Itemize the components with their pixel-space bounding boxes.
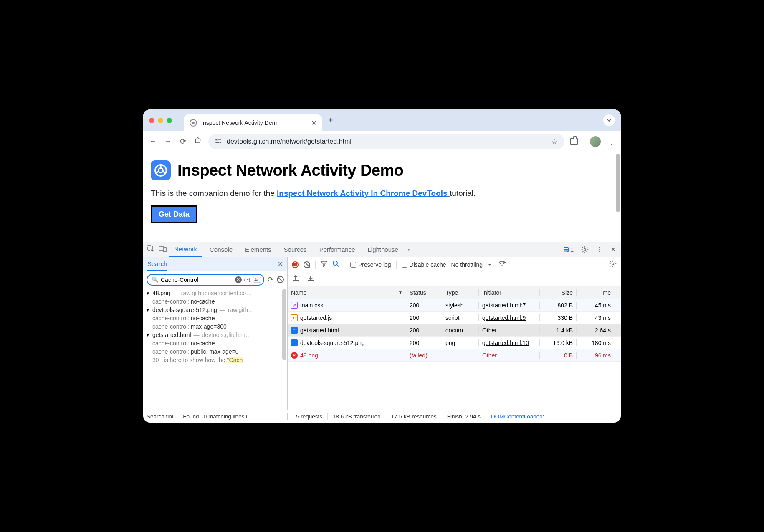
table-row[interactable]: getstarted.html 200 docum… Other 1.4 kB … <box>288 324 621 337</box>
clear-log-icon[interactable] <box>304 261 310 268</box>
close-window-button[interactable] <box>149 118 154 123</box>
table-row[interactable]: 48.png (failed)… Other 0 B 96 ms <box>288 349 621 362</box>
search-result-line[interactable]: cache-control: no-cache <box>146 297 287 306</box>
file-type-icon <box>291 302 298 309</box>
col-name[interactable]: Name▼ <box>288 289 406 296</box>
more-tabs-icon[interactable]: » <box>407 246 411 253</box>
search-input-row: 🔍 Cache-Control ✕ (.*) Aa ⟳ <box>143 271 287 288</box>
minimize-window-button[interactable] <box>158 118 163 123</box>
browser-window: Inspect Network Activity Dem ✕ + ← → ⟳ d… <box>143 109 621 423</box>
settings-icon[interactable] <box>579 246 591 253</box>
search-network-icon[interactable] <box>332 260 340 269</box>
extensions-icon[interactable] <box>570 138 578 145</box>
tab-console[interactable]: Console <box>205 242 238 257</box>
search-results: ▼48.png — raw.githubusercontent.co…cache… <box>143 288 287 410</box>
tab-sources[interactable]: Sources <box>279 242 312 257</box>
col-initiator[interactable]: Initiator <box>479 289 540 296</box>
export-har-icon[interactable] <box>292 275 299 284</box>
status-bar: Search fini… Found 10 matching lines i… … <box>143 410 621 423</box>
forward-button[interactable]: → <box>163 137 172 146</box>
page-header: Inspect Network Activity Demo <box>151 160 613 180</box>
bookmark-icon[interactable]: ☆ <box>551 137 558 146</box>
search-status: Search fini… Found 10 matching lines i… <box>143 413 288 420</box>
svg-rect-11 <box>564 250 568 251</box>
preserve-log-checkbox[interactable]: Preserve log <box>350 261 391 268</box>
close-search-icon[interactable]: ✕ <box>278 260 283 268</box>
tab-performance[interactable]: Performance <box>314 242 360 257</box>
network-panel: Preserve log Disable cache No throttling <box>288 257 621 410</box>
search-result-line[interactable]: cache-control: max-age=300 <box>146 322 287 331</box>
close-tab-icon[interactable]: ✕ <box>311 119 316 127</box>
browser-toolbar: ← → ⟳ devtools.glitch.me/network/getstar… <box>143 131 621 152</box>
filter-icon[interactable] <box>321 261 327 269</box>
disable-cache-checkbox[interactable]: Disable cache <box>402 261 446 268</box>
tutorial-link[interactable]: Inspect Network Activity In Chrome DevTo… <box>277 189 450 198</box>
search-result-file[interactable]: ▼getstarted.html — devtools.glitch.m… <box>146 331 287 339</box>
network-settings-icon[interactable] <box>609 260 617 269</box>
col-size[interactable]: Size <box>540 289 577 296</box>
tab-network[interactable]: Network <box>169 242 202 257</box>
network-conditions-icon[interactable] <box>498 261 506 268</box>
col-status[interactable]: Status <box>406 289 442 296</box>
search-tab-label[interactable]: Search <box>147 260 167 271</box>
search-input[interactable]: 🔍 Cache-Control ✕ (.*) Aa <box>147 274 264 286</box>
page-scrollbar[interactable] <box>616 154 620 212</box>
back-button[interactable]: ← <box>148 137 157 146</box>
table-header: Name▼ Status Type Initiator Size Time <box>288 286 621 299</box>
tab-overflow-button[interactable] <box>603 114 615 126</box>
search-result-line[interactable]: 30is here to show how the "Cach <box>146 356 287 364</box>
col-type[interactable]: Type <box>442 289 479 296</box>
svg-rect-3 <box>220 142 221 143</box>
refresh-search-icon[interactable]: ⟳ <box>268 275 273 284</box>
get-data-button[interactable]: Get Data <box>151 205 197 223</box>
home-button[interactable] <box>193 137 202 146</box>
search-result-file[interactable]: ▼devtools-square-512.png — raw.gith… <box>146 306 287 314</box>
search-panel-header: Search ✕ <box>143 257 287 271</box>
chevron-down-icon[interactable] <box>488 263 492 266</box>
record-button[interactable] <box>292 261 299 268</box>
results-scrollbar[interactable] <box>282 289 286 360</box>
search-icon: 🔍 <box>152 276 158 283</box>
case-toggle[interactable]: Aa <box>253 277 261 283</box>
reload-button[interactable]: ⟳ <box>178 137 187 146</box>
tab-elements[interactable]: Elements <box>240 242 276 257</box>
search-result-line[interactable]: cache-control: public, max-age=0 <box>146 347 287 356</box>
import-har-icon[interactable] <box>307 275 314 284</box>
svg-rect-2 <box>215 142 219 143</box>
page-description: This is the companion demo for the Inspe… <box>151 189 613 198</box>
desc-text-post: tutorial. <box>450 189 476 198</box>
devtools-menu-icon[interactable]: ⋮ <box>594 246 605 253</box>
tab-lighthouse[interactable]: Lighthouse <box>363 242 403 257</box>
search-result-line[interactable]: cache-control: no-cache <box>146 339 287 347</box>
devtools-tab-bar: Network Console Elements Sources Perform… <box>143 242 621 257</box>
svg-point-15 <box>502 266 503 266</box>
issue-count-label: 1 <box>570 246 574 253</box>
profile-avatar[interactable] <box>590 136 601 147</box>
inspect-element-icon[interactable] <box>146 245 157 254</box>
throttling-select[interactable]: No throttling <box>451 261 483 268</box>
search-result-file[interactable]: ▼48.png — raw.githubusercontent.co… <box>146 289 287 297</box>
svg-point-13 <box>584 248 586 251</box>
tab-bar: Inspect Network Activity Dem ✕ + <box>143 109 621 131</box>
address-bar[interactable]: devtools.glitch.me/network/getstarted.ht… <box>208 134 564 149</box>
menu-button[interactable]: ⋮ <box>607 137 616 146</box>
device-toolbar-icon[interactable] <box>159 246 167 253</box>
table-row[interactable]: getstarted.js 200 script getstarted.html… <box>288 312 621 324</box>
svg-rect-1 <box>218 139 221 140</box>
page-title: Inspect Network Activity Demo <box>177 162 404 180</box>
table-row[interactable]: devtools-square-512.png 200 png getstart… <box>288 337 621 349</box>
browser-tab[interactable]: Inspect Network Activity Dem ✕ <box>184 114 322 131</box>
regex-toggle[interactable]: (.*) <box>244 277 250 282</box>
maximize-window-button[interactable] <box>167 118 172 123</box>
issues-button[interactable]: 1 <box>561 246 576 253</box>
col-time[interactable]: Time <box>577 289 614 296</box>
clear-icon[interactable] <box>277 276 284 283</box>
search-value: Cache-Control <box>161 276 233 283</box>
new-tab-button[interactable]: + <box>328 116 333 125</box>
svg-point-14 <box>333 261 337 265</box>
status-resources: 17.5 kB resources <box>386 413 442 420</box>
clear-search-icon[interactable]: ✕ <box>235 276 242 283</box>
search-result-line[interactable]: cache-control: no-cache <box>146 314 287 322</box>
table-row[interactable]: main.css 200 stylesh… getstarted.html:7 … <box>288 299 621 312</box>
close-devtools-icon[interactable]: ✕ <box>608 246 618 253</box>
